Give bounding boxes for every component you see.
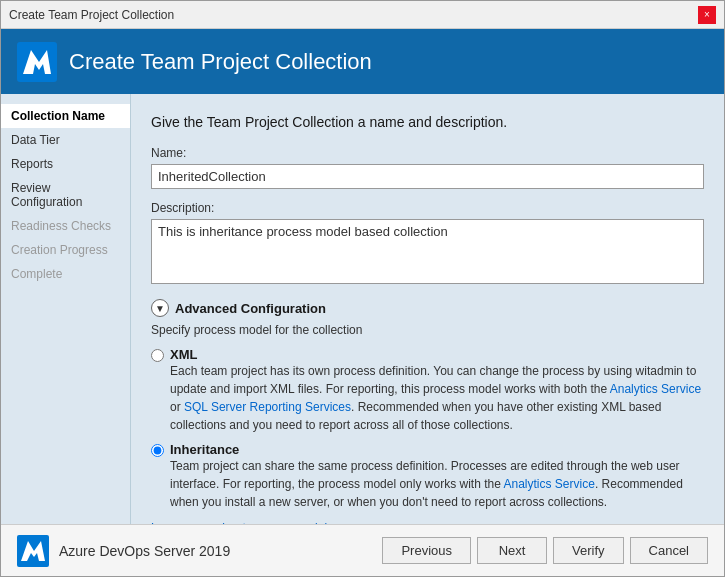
sidebar-item-reports[interactable]: Reports: [1, 152, 130, 176]
xml-option: XML Each team project has its own proces…: [151, 347, 704, 434]
radio-group: XML Each team project has its own proces…: [151, 347, 704, 511]
footer-brand-area: Azure DevOps Server 2019: [17, 535, 230, 567]
description-textarea[interactable]: This is inheritance process model based …: [151, 219, 704, 284]
advanced-config-toggle[interactable]: ▼ Advanced Configuration: [151, 299, 704, 317]
header: Create Team Project Collection: [1, 29, 724, 94]
sidebar-item-data-tier[interactable]: Data Tier: [1, 128, 130, 152]
description-label: Description:: [151, 201, 704, 215]
name-label: Name:: [151, 146, 704, 160]
azure-devops-icon: [17, 535, 49, 567]
cancel-button[interactable]: Cancel: [630, 537, 708, 564]
inheritance-radio[interactable]: [151, 444, 164, 457]
title-bar: Create Team Project Collection ×: [1, 1, 724, 29]
sql-reporting-link[interactable]: SQL Server Reporting Services: [184, 400, 351, 414]
sidebar-item-collection-name[interactable]: Collection Name: [1, 104, 130, 128]
close-button[interactable]: ×: [698, 6, 716, 24]
xml-radio[interactable]: [151, 349, 164, 362]
previous-button[interactable]: Previous: [382, 537, 471, 564]
footer-brand-label: Azure DevOps Server 2019: [59, 543, 230, 559]
header-title: Create Team Project Collection: [69, 49, 372, 75]
header-logo-icon: [17, 42, 57, 82]
main-window: Create Team Project Collection × Create …: [0, 0, 725, 577]
verify-button[interactable]: Verify: [553, 537, 624, 564]
footer-buttons: Previous Next Verify Cancel: [382, 537, 708, 564]
inheritance-title: Inheritance: [170, 442, 704, 457]
process-model-desc: Specify process model for the collection: [151, 323, 704, 337]
xml-desc-mid: or: [170, 400, 184, 414]
inheritance-desc: Team project can share the same process …: [170, 457, 704, 511]
window-title: Create Team Project Collection: [9, 8, 174, 22]
content-area: Give the Team Project Collection a name …: [131, 94, 724, 524]
sidebar: Collection Name Data Tier Reports Review…: [1, 94, 131, 524]
next-button[interactable]: Next: [477, 537, 547, 564]
analytics-service-link-inheritance[interactable]: Analytics Service: [504, 477, 595, 491]
advanced-config-label: Advanced Configuration: [175, 301, 326, 316]
content-heading: Give the Team Project Collection a name …: [151, 114, 704, 130]
analytics-service-link-xml[interactable]: Analytics Service: [610, 382, 701, 396]
collapse-icon: ▼: [151, 299, 169, 317]
name-input[interactable]: [151, 164, 704, 189]
sidebar-item-complete: Complete: [1, 262, 130, 286]
xml-content: XML Each team project has its own proces…: [170, 347, 704, 434]
xml-title: XML: [170, 347, 704, 362]
inheritance-content: Inheritance Team project can share the s…: [170, 442, 704, 511]
sidebar-item-review-configuration[interactable]: Review Configuration: [1, 176, 130, 214]
sidebar-item-readiness-checks: Readiness Checks: [1, 214, 130, 238]
inheritance-option: Inheritance Team project can share the s…: [151, 442, 704, 511]
sidebar-item-creation-progress: Creation Progress: [1, 238, 130, 262]
main-area: Collection Name Data Tier Reports Review…: [1, 94, 724, 524]
footer: Azure DevOps Server 2019 Previous Next V…: [1, 524, 724, 576]
xml-desc: Each team project has its own process de…: [170, 362, 704, 434]
